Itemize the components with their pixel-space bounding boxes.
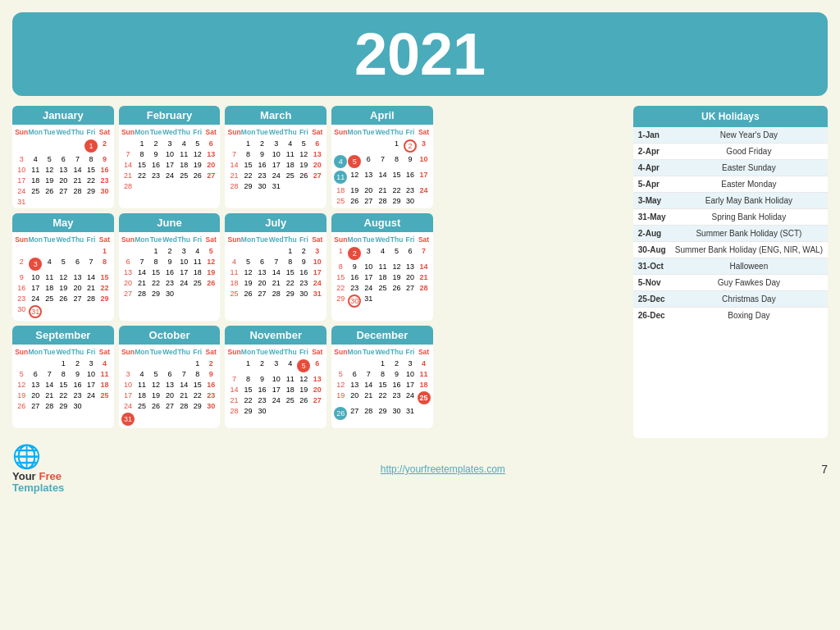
day-cell: 24: [417, 185, 430, 195]
day-cell: 7: [135, 256, 148, 267]
month-january: JanuarySunMonTueWedThuFriSat123456789101…: [12, 106, 114, 208]
day-cell: 16: [204, 379, 217, 390]
day-cell: 24: [28, 293, 42, 304]
day-cell: 30: [204, 400, 217, 411]
month-header: August: [331, 213, 433, 232]
day-cell: [98, 400, 111, 411]
day-cell: 28: [71, 185, 84, 196]
highlight-circle: 4: [334, 155, 347, 168]
day-cell: 21: [135, 277, 148, 288]
day-cell: 7: [177, 368, 190, 379]
day-cell: 29: [334, 293, 347, 308]
day-cell: 17: [269, 159, 284, 170]
day-cell: 13: [311, 373, 324, 384]
day-cell: 26: [348, 195, 362, 206]
day-cell: [15, 138, 28, 153]
day-cell: 24: [404, 390, 417, 405]
holidays-header: UK Holidays: [633, 106, 828, 127]
day-cell: [149, 180, 162, 191]
footer-url[interactable]: http://yourfreetemplates.com: [381, 463, 505, 475]
day-cell: 7: [376, 153, 390, 169]
day-cell: [56, 196, 71, 207]
day-cell: [417, 405, 430, 421]
day-cell: 6: [348, 368, 362, 379]
day-cell: 22: [284, 277, 297, 288]
day-cell: 2: [390, 358, 403, 368]
day-cell: [84, 400, 98, 411]
day-cell: 7: [121, 148, 135, 159]
day-cell: 31: [362, 293, 375, 308]
day-cell: 12: [190, 148, 203, 159]
highlight-circle: 1: [84, 139, 98, 153]
day-cell: 14: [227, 384, 240, 395]
day-cell: 4: [284, 358, 297, 373]
day-cell: 2: [71, 358, 84, 368]
day-cell: 19: [56, 282, 71, 293]
day-cell: 27: [121, 288, 135, 299]
holiday-row: 1-JanNew Year's Day: [633, 127, 828, 144]
holiday-date: 26-Dec: [638, 311, 675, 320]
day-cell: 29: [190, 400, 203, 411]
holiday-date: 31-May: [638, 212, 675, 221]
holiday-date: 4-Apr: [638, 163, 675, 172]
day-cell: 12: [149, 379, 162, 390]
day-cell: 19: [204, 267, 217, 277]
day-cell: 16: [404, 169, 417, 185]
day-cell: 22: [56, 390, 71, 400]
day-cell: [284, 180, 297, 191]
day-header-thu: Thu: [390, 234, 403, 245]
day-cell: 26: [56, 293, 71, 304]
day-cell: 16: [98, 164, 111, 175]
highlight-circle: 26: [334, 407, 347, 420]
day-cell: 2: [255, 358, 268, 373]
day-cell: 22: [376, 390, 390, 405]
day-cell: [149, 358, 162, 368]
day-cell: 11: [177, 148, 190, 159]
day-cell: 3: [121, 368, 135, 379]
day-cell: 28: [135, 288, 148, 299]
day-cell: 17: [417, 169, 430, 185]
day-cell: 18: [43, 282, 56, 293]
day-header-sun: Sun: [121, 234, 135, 245]
day-header-thu: Thu: [390, 346, 403, 358]
day-cell: 29: [56, 400, 71, 411]
day-cell: 1: [284, 245, 297, 256]
day-cell: 14: [121, 159, 135, 170]
day-cell: 23: [71, 390, 84, 400]
day-cell: [417, 293, 430, 308]
day-header-sat: Sat: [204, 234, 217, 245]
day-cell: 7: [269, 256, 284, 267]
day-header-sun: Sun: [227, 234, 240, 245]
day-cell: 6: [362, 153, 375, 169]
day-cell: 17: [311, 267, 324, 277]
day-header-sat: Sat: [417, 234, 430, 245]
day-cell: 8: [84, 153, 98, 164]
day-header-mon: Mon: [135, 346, 148, 358]
day-cell: [334, 138, 347, 153]
day-cell: 18: [98, 379, 111, 390]
holiday-row: 5-NovGuy Fawkes Day: [633, 275, 828, 291]
day-cell: 27: [404, 282, 417, 293]
day-header-tue: Tue: [43, 346, 56, 358]
day-cell: [84, 245, 98, 256]
holiday-date: 3-May: [638, 196, 675, 205]
day-cell: 16: [149, 159, 162, 170]
day-header-sat: Sat: [98, 126, 111, 138]
day-cell: 15: [241, 159, 255, 170]
day-cell: 10: [84, 368, 98, 379]
day-cell: 25: [376, 282, 390, 293]
day-cell: [362, 358, 375, 368]
day-cell: 21: [269, 277, 284, 288]
day-cell: [190, 180, 203, 191]
day-cell: 20: [311, 159, 324, 170]
day-cell: 10: [28, 272, 42, 282]
day-cell: 25: [417, 390, 430, 405]
day-cell: 15: [98, 272, 111, 282]
day-header-fri: Fri: [404, 346, 417, 358]
day-cell: [390, 293, 403, 308]
day-header-wed: Wed: [162, 346, 177, 358]
day-cell: 15: [376, 379, 390, 390]
day-cell: [162, 180, 177, 191]
day-cell: [177, 288, 190, 299]
day-cell: 18: [284, 384, 297, 395]
